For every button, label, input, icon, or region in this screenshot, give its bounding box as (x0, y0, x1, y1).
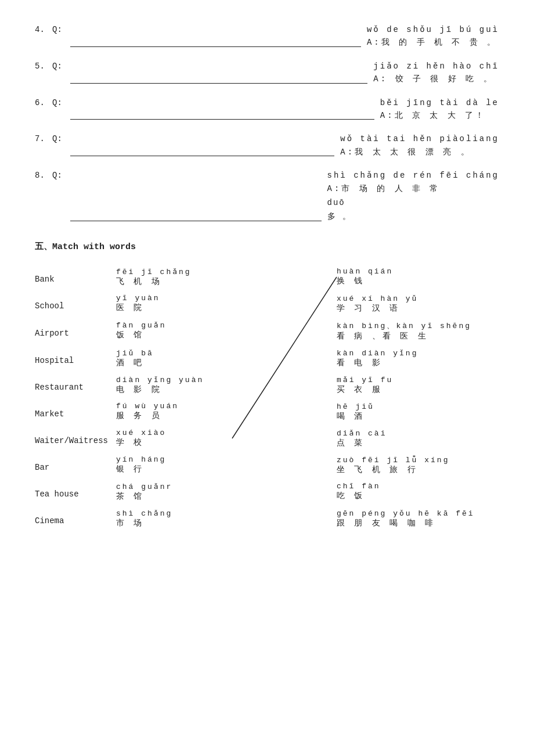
qa-chinese-6: A:北 京 太 大 了！ (380, 109, 486, 122)
match-right-2: kàn bìng、kàn yī shēng 看 病 、看 医 生 (337, 317, 499, 345)
qa-extra-chinese-8: 多 。 (327, 210, 352, 223)
qa-answer-block-6: běi jīng tài dà le A:北 京 太 大 了！ (380, 96, 499, 123)
match-label-cinema: Cinema (35, 505, 116, 532)
qa-number-6: 6. (35, 96, 52, 109)
match-middle-cinema: shì chǎng 市 场 (116, 505, 232, 532)
match-right-1: xué xí hàn yǔ 学 习 汉 语 (337, 290, 499, 317)
match-label-bank: Bank (35, 264, 116, 290)
match-right-4: mǎi yī fu 买 衣 服 (337, 372, 499, 398)
match-middle-waiter: xué xiào 学 校 (116, 425, 232, 452)
qa-pinyin-5: jiǎo zi hěn hào chī (373, 60, 499, 73)
qa-pinyin-4: wǒ de shǒu jī bú guì (367, 23, 499, 36)
qa-row-4: 4. Q: wǒ de shǒu jī bú guì A:我 的 手 机 不 贵… (35, 23, 499, 49)
match-right-3: kàn diàn yǐng 看 电 影 (337, 345, 499, 372)
match-label-hospital: Hospital (35, 345, 116, 372)
qa-answer-block-7: wǒ tài tai hěn piàoliang A:我 太 太 很 漂 亮 。 (340, 132, 499, 159)
match-right-8: chī fàn 吃 饭 (337, 478, 499, 505)
match-label-school: School (35, 290, 116, 317)
match-middle-bar: yín háng 银 行 (116, 452, 232, 478)
match-area: Bank fēi jī chǎng 飞 机 场 huàn qián 换 钱 Sc… (35, 264, 499, 532)
qa-q-label-5: Q: (52, 60, 67, 73)
qa-q-label-8: Q: (52, 169, 67, 182)
match-section: 五、Match with words Bank fēi jī chǎng 飞 机… (35, 241, 499, 532)
match-right-0: huàn qián 换 钱 (337, 264, 499, 290)
match-middle-market: fú wù yuán 服 务 员 (116, 398, 232, 425)
qa-number-4: 4. (35, 23, 52, 36)
qa-chinese-7: A:我 太 太 很 漂 亮 。 (340, 146, 471, 159)
qa-line-8 (70, 221, 322, 221)
qa-row-6: 6. Q: běi jīng tài dà le A:北 京 太 大 了！ (35, 96, 499, 123)
qa-answer-block-4: wǒ de shǒu jī bú guì A:我 的 手 机 不 贵 。 (367, 23, 499, 49)
qa-q-label-7: Q: (52, 132, 67, 145)
qa-row-5: 5. Q: jiǎo zi hěn hào chī A: 饺 子 很 好 吃 。 (35, 60, 499, 86)
qa-chinese-8: A:市 场 的 人 非 常 (327, 182, 441, 195)
qa-answer-block-5: jiǎo zi hěn hào chī A: 饺 子 很 好 吃 。 (373, 60, 499, 86)
qa-number-5: 5. (35, 60, 52, 73)
match-label-restaurant: Restaurant (35, 372, 116, 398)
qa-number-7: 7. (35, 132, 52, 145)
qa-pinyin-8: shì chǎng de rén fēi cháng (327, 169, 499, 182)
match-container: Bank fēi jī chǎng 飞 机 场 huàn qián 换 钱 Sc… (35, 264, 499, 532)
match-middle-bank: fēi jī chǎng 飞 机 场 (116, 264, 232, 290)
match-right-5: hē jiǔ 喝 酒 (337, 398, 499, 425)
match-label-market: Market (35, 398, 116, 425)
qa-line-4 (70, 46, 361, 47)
qa-chinese-5: A: 饺 子 很 好 吃 。 (373, 73, 493, 85)
match-middle-hospital: jiǔ bā 酒 吧 (116, 345, 232, 372)
qa-row-8: 8. Q: shì chǎng de rén fēi cháng A:市 场 的… (35, 169, 499, 224)
match-right-9: gēn péng yǒu hē kā fēi 跟 朋 友 喝 咖 啡 (337, 505, 499, 532)
match-label-teahouse: Tea house (35, 478, 116, 505)
qa-pinyin-7: wǒ tài tai hěn piàoliang (340, 132, 499, 145)
match-right-6: diǎn cài 点 菜 (337, 425, 499, 452)
match-right-7: zuò fēi jī lǚ xíng 坐 飞 机 旅 行 (337, 452, 499, 478)
qa-row-7: 7. Q: wǒ tài tai hěn piàoliang A:我 太 太 很… (35, 132, 499, 159)
section-five-title: 五、Match with words (35, 241, 499, 252)
qa-line-7 (70, 156, 334, 156)
match-middle-teahouse: chá guǎnr 茶 馆 (116, 478, 232, 505)
match-label-bar: Bar (35, 452, 116, 478)
qa-q-label-6: Q: (52, 96, 67, 109)
qa-q-label-4: Q: (52, 23, 67, 36)
qa-section: 4. Q: wǒ de shǒu jī bú guì A:我 的 手 机 不 贵… (35, 23, 499, 224)
qa-chinese-4: A:我 的 手 机 不 贵 。 (367, 36, 497, 49)
qa-line-6 (70, 119, 374, 120)
match-label-airport: Airport (35, 317, 116, 345)
qa-pinyin-6: běi jīng tài dà le (380, 96, 499, 109)
qa-number-8: 8. (35, 169, 52, 182)
match-middle-restaurant: diàn yǐng yuàn 电 影 院 (116, 372, 232, 398)
qa-line-5 (70, 83, 367, 84)
match-label-waiter: Waiter/Waitress (35, 425, 116, 452)
match-middle-airport: fàn guǎn 饭 馆 (116, 317, 232, 345)
qa-answer-block-8: shì chǎng de rén fēi cháng A:市 场 的 人 非 常… (327, 169, 499, 224)
match-middle-school: yī yuàn 医 院 (116, 290, 232, 317)
qa-extra-pinyin-8: duō (327, 196, 345, 209)
